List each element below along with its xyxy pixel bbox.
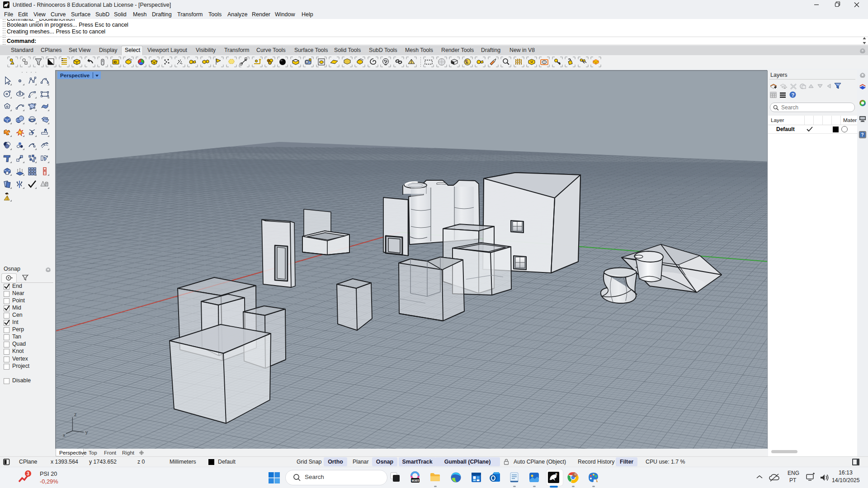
svg-text:U: U — [531, 60, 533, 63]
svg-text:ID: ID — [113, 61, 117, 64]
svg-text:z: z — [74, 412, 77, 417]
svg-text:3: 3 — [27, 471, 29, 476]
svg-text:8: 8 — [555, 472, 557, 476]
svg-text:?: ? — [861, 132, 864, 137]
svg-text:y: y — [85, 429, 88, 435]
svg-text:M365: M365 — [412, 479, 420, 482]
svg-text:?: ? — [792, 92, 795, 98]
svg-text:x: x — [63, 432, 66, 438]
